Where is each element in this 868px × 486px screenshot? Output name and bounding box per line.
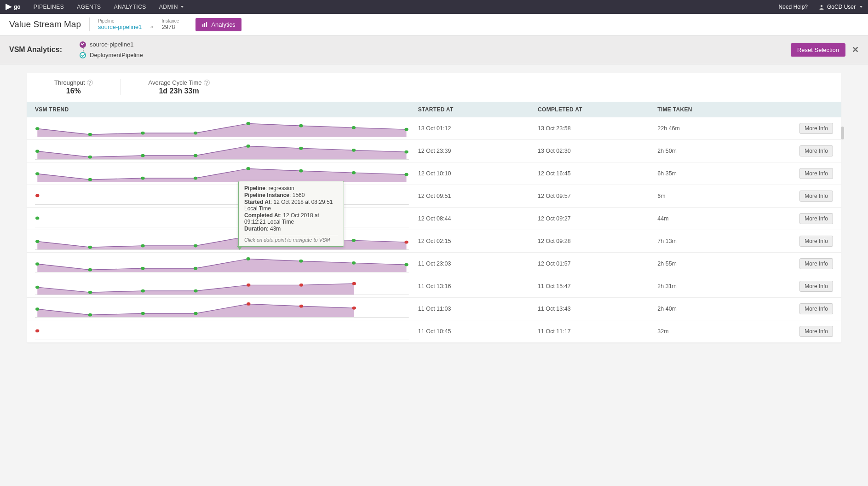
more-info-button[interactable]: More Info <box>799 123 833 134</box>
started-at-cell: 11 Oct 10:45 <box>418 328 538 335</box>
col-header-completed: COMPLETED AT <box>538 106 657 113</box>
trend-sparkline[interactable] <box>35 210 418 227</box>
svg-point-18 <box>194 154 197 157</box>
table-row: 11 Oct 10:4511 Oct 11:1732mMore Info <box>27 320 841 343</box>
page-title: Value Stream Map <box>9 19 81 29</box>
time-taken-cell: 32m <box>657 328 753 335</box>
pipeline-link[interactable]: source-pipeline1 <box>98 23 142 30</box>
svg-point-6 <box>35 127 39 130</box>
completed-at-cell: 12 Oct 09:57 <box>538 193 657 199</box>
svg-point-57 <box>88 291 92 294</box>
svg-point-24 <box>35 172 39 175</box>
svg-point-33 <box>35 194 39 197</box>
more-info-button[interactable]: More Info <box>799 191 833 202</box>
nav-agents[interactable]: AGENTS <box>77 4 101 10</box>
svg-point-27 <box>194 177 197 180</box>
time-taken-cell: 22h 46m <box>657 125 753 132</box>
analytics-button[interactable]: Analytics <box>195 18 241 31</box>
started-at-cell: 13 Oct 01:12 <box>418 125 538 132</box>
close-icon[interactable]: ✕ <box>852 45 859 55</box>
content-card: Throughput? 16% Average Cycle Time? 1d 2… <box>27 73 841 343</box>
time-taken-cell: 6m <box>657 193 753 199</box>
check-circle-icon <box>80 41 86 48</box>
svg-point-72 <box>35 330 39 333</box>
started-at-cell: 12 Oct 09:51 <box>418 193 538 199</box>
pipeline-selection-deployment[interactable]: DeploymentPipeline <box>80 52 143 58</box>
trend-sparkline[interactable] <box>35 278 418 295</box>
more-info-button[interactable]: More Info <box>799 303 833 314</box>
svg-point-28 <box>247 167 250 170</box>
top-nav: go PIPELINES AGENTS ANALYTICS ADMIN Need… <box>0 0 868 14</box>
started-at-cell: 11 Oct 11:03 <box>418 306 538 312</box>
nav-admin[interactable]: ADMIN <box>159 4 184 10</box>
trend-sparkline[interactable] <box>35 187 418 205</box>
user-menu[interactable]: GoCD User <box>819 4 862 10</box>
more-info-button[interactable]: More Info <box>799 213 833 224</box>
nav-analytics[interactable]: ANALYTICS <box>114 4 146 10</box>
svg-point-19 <box>247 145 250 148</box>
completed-at-cell: 12 Oct 16:45 <box>538 170 657 177</box>
breadcrumb-pipeline: Pipeline source-pipeline1 <box>98 18 142 30</box>
more-info-button[interactable]: More Info <box>799 168 833 179</box>
svg-point-61 <box>299 284 303 287</box>
svg-point-39 <box>141 244 144 248</box>
completed-at-cell: 12 Oct 09:27 <box>538 215 657 222</box>
trend-sparkline[interactable] <box>35 323 418 340</box>
time-taken-cell: 7h 13m <box>657 238 753 244</box>
more-info-button[interactable]: More Info <box>799 326 833 337</box>
svg-point-66 <box>141 312 145 315</box>
scrollbar-thumb[interactable] <box>841 127 844 139</box>
svg-point-25 <box>88 178 92 181</box>
svg-point-29 <box>299 169 303 173</box>
time-taken-cell: 44m <box>657 215 753 222</box>
trend-sparkline[interactable] <box>35 142 418 160</box>
started-at-cell: 12 Oct 08:44 <box>418 215 538 222</box>
bar-chart-icon <box>202 22 208 27</box>
svg-point-50 <box>194 267 197 270</box>
svg-rect-2 <box>202 24 203 27</box>
svg-point-70 <box>352 307 356 310</box>
svg-point-21 <box>352 149 356 152</box>
table-row: 11 Oct 23:0312 Oct 01:572h 55mMore Info <box>27 253 841 275</box>
svg-point-54 <box>404 263 408 266</box>
svg-point-68 <box>247 302 250 306</box>
more-info-button[interactable]: More Info <box>799 258 833 269</box>
svg-point-20 <box>299 147 303 150</box>
table-row: 12 Oct 10:1012 Oct 16:456h 35mMore Info <box>27 162 841 185</box>
svg-point-48 <box>88 268 92 272</box>
svg-point-64 <box>35 307 39 311</box>
svg-point-37 <box>35 240 39 243</box>
svg-point-56 <box>35 286 39 289</box>
reset-selection-button[interactable]: Reset Selection <box>791 43 845 57</box>
help-icon[interactable]: ? <box>87 80 93 86</box>
time-taken-cell: 6h 35m <box>657 170 753 177</box>
trend-sparkline[interactable] <box>35 232 418 250</box>
svg-point-59 <box>194 289 197 293</box>
trend-sparkline[interactable] <box>35 255 418 272</box>
trend-sparkline[interactable] <box>35 165 418 182</box>
started-at-cell: 12 Oct 23:39 <box>418 148 538 154</box>
svg-point-52 <box>299 260 303 263</box>
svg-point-58 <box>141 289 145 293</box>
started-at-cell: 12 Oct 10:10 <box>418 170 538 177</box>
table-row: 13 Oct 01:1213 Oct 23:5822h 46mMore Info <box>27 117 841 140</box>
more-info-button[interactable]: More Info <box>799 281 833 292</box>
started-at-cell: 11 Oct 13:16 <box>418 283 538 289</box>
nav-pipelines[interactable]: PIPELINES <box>34 4 64 10</box>
sub-header: Value Stream Map Pipeline source-pipelin… <box>0 14 868 35</box>
help-link[interactable]: Need Help? <box>779 4 808 10</box>
svg-point-60 <box>247 284 250 287</box>
trend-sparkline[interactable] <box>35 120 418 137</box>
pipeline-selection-source[interactable]: source-pipeline1 <box>80 41 143 48</box>
svg-point-45 <box>404 241 408 244</box>
more-info-button[interactable]: More Info <box>799 145 833 156</box>
more-info-button[interactable]: More Info <box>799 236 833 247</box>
svg-point-51 <box>247 257 250 260</box>
col-header-trend: VSM TREND <box>35 106 418 113</box>
logo[interactable]: go <box>6 4 21 10</box>
help-icon[interactable]: ? <box>204 80 210 86</box>
trend-sparkline[interactable] <box>35 300 418 318</box>
completed-at-cell: 13 Oct 02:30 <box>538 148 657 154</box>
table-row: 11 Oct 11:0311 Oct 13:432h 40mMore Info <box>27 298 841 320</box>
play-icon <box>6 4 12 10</box>
